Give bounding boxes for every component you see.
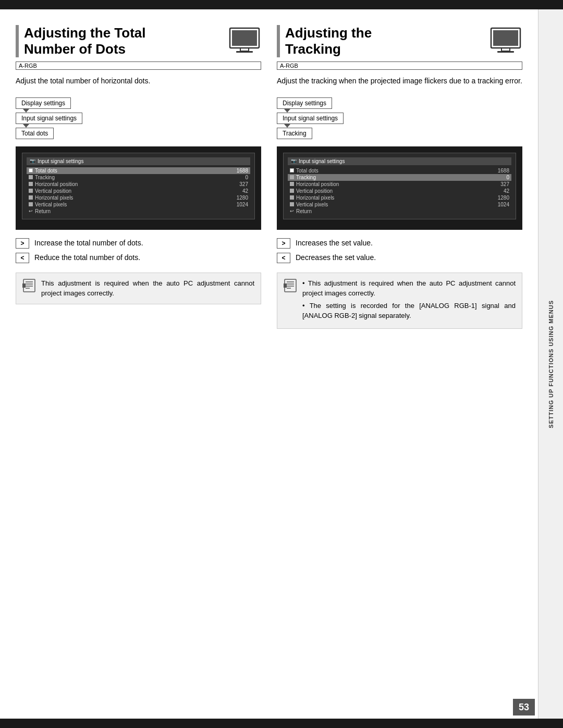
right-argb-badge: A-RGB [277,61,522,70]
left-menu-title: 📷 Input signal settings [27,157,250,165]
title-bar-accent-right [277,25,280,57]
menu-box-display: Display settings [16,97,71,109]
monitor-icon-left [228,27,261,56]
monitor-icon-right [489,27,522,56]
row-vpos: Vertical position 42 [27,188,250,194]
right-screenshot: 📷 Input signal settings Total dots 1688 … [277,146,522,230]
top-border [0,0,563,9]
menu-box-input: Input signal settings [16,113,82,124]
left-note-box: This adjustment is required when the aut… [16,273,261,304]
menu-arrow-2 [23,124,29,128]
menu-box-totaldots: Total dots [16,128,54,139]
right-menu-screen: 📷 Input signal settings Total dots 1688 … [283,153,516,219]
main-content: Adjusting the TotalNumber of Dots A-RGB … [0,9,538,719]
svg-rect-11 [493,30,518,46]
left-menu-screen: 📷 Input signal settings Total dots 1688 … [22,153,255,219]
left-screenshot: 📷 Input signal settings Total dots 1688 … [16,146,261,230]
right-row-tracking: Tracking 0 [288,174,511,181]
left-section-title: Adjusting the TotalNumber of Dots [24,25,223,57]
key-less-right-text: Decreases the set value. [296,253,376,263]
row-hpos: Horizontal position 327 [27,181,250,188]
left-key-greater: > Increase the total number of dots. [16,238,261,249]
key-greater-left: > [16,238,29,249]
right-menu-box-display: Display settings [277,97,332,109]
right-note-box: This adjustment is required when the aut… [277,273,522,329]
right-row-hpos: Horizontal position 327 [288,181,511,188]
right-row-vpix: Vertical pixels 1024 [288,201,511,208]
two-column-layout: Adjusting the TotalNumber of Dots A-RGB … [16,25,522,703]
left-argb-badge: A-RGB [16,61,261,70]
svg-rect-2 [240,48,249,51]
right-menu-arrow-1 [284,109,290,113]
right-column: Adjusting theTracking A-RGB Adjust the t… [277,25,522,703]
left-column: Adjusting the TotalNumber of Dots A-RGB … [16,25,261,703]
right-description: Adjust the tracking when the projected i… [277,75,522,87]
row-hpix: Horizontal pixels 1280 [27,194,250,201]
title-bar-accent [16,25,19,57]
key-less-right: < [277,253,290,263]
right-key-greater: > Increases the set value. [277,238,522,249]
svg-rect-12 [501,48,510,51]
key-greater-left-text: Increase the total number of dots. [34,238,143,249]
key-less-left: < [16,253,29,263]
menu-arrow-1 [23,109,29,113]
svg-rect-19 [284,283,287,288]
key-less-left-text: Reduce the total number of dots. [34,253,140,263]
row-return: ↩ Return [27,208,250,215]
note-icon-right [284,278,297,293]
right-note-bullet-1: This adjustment is required when the aut… [302,278,516,299]
right-section-header: Adjusting theTracking [277,25,522,57]
bottom-border [0,719,563,728]
right-section-title: Adjusting theTracking [285,25,484,57]
right-menu-box-tracking: Tracking [277,128,312,139]
left-key-less: < Reduce the total number of dots. [16,253,261,263]
row-tracking: Tracking 0 [27,174,250,181]
svg-rect-13 [497,51,514,53]
right-row-hpix: Horizontal pixels 1280 [288,194,511,201]
key-greater-right: > [277,238,290,249]
right-sidebar: SETTING UP FUNCTIONS USING MENUS [538,9,563,719]
key-greater-right-text: Increases the set value. [296,238,373,249]
svg-rect-1 [232,30,257,46]
right-row-return: ↩ Return [288,208,511,215]
svg-rect-3 [236,51,253,53]
sidebar-label: SETTING UP FUNCTIONS USING MENUS [548,300,554,428]
row-totaldots: Total dots 1688 [27,167,250,174]
right-menu-title: 📷 Input signal settings [288,157,511,165]
right-menu-box-input: Input signal settings [277,113,344,124]
right-key-less: < Decreases the set value. [277,253,522,263]
right-note-text: This adjustment is required when the aut… [302,278,516,323]
right-menu-path: Display settings Input signal settings T… [277,97,522,139]
left-section-header: Adjusting the TotalNumber of Dots [16,25,261,57]
row-vpix: Vertical pixels 1024 [27,201,250,208]
left-description: Adjust the total number of horizontal do… [16,75,261,87]
left-note-text: This adjustment is required when the aut… [41,278,254,299]
right-menu-arrow-2 [284,124,290,128]
right-row-vpos: Vertical position 42 [288,188,511,194]
right-note-bullet-2: The setting is recorded for the [ANALOG … [302,301,516,321]
left-menu-path: Display settings Input signal settings T… [16,97,261,139]
right-row-totaldots: Total dots 1688 [288,167,511,174]
note-icon-left [22,278,36,293]
svg-rect-9 [22,283,26,288]
